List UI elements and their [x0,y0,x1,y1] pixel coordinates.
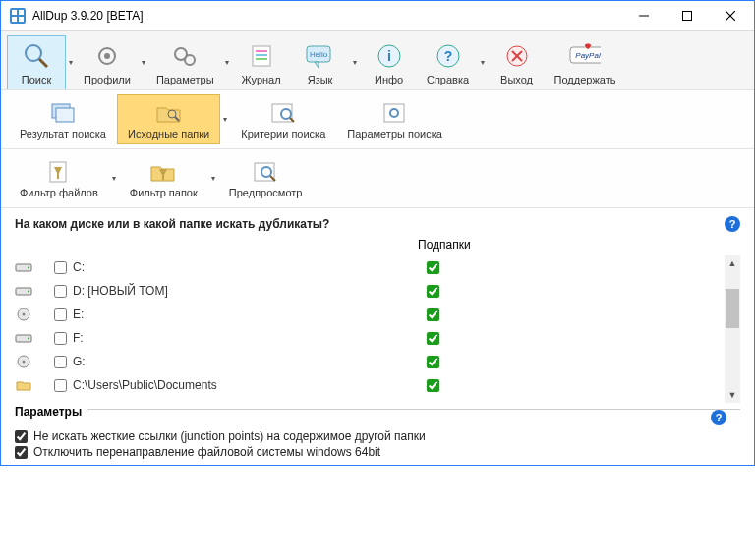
folder-filter-button[interactable]: Фильтр папок [119,153,208,203]
checkbox-subfolder[interactable] [427,285,439,298]
drive-label: C: [73,260,397,274]
svg-text:?: ? [443,48,452,64]
drive-type-icon [15,355,32,368]
drive-type-icon [15,284,32,298]
drive-row[interactable]: C: [15,255,740,279]
file-filter-dropdown[interactable]: ▾ [109,153,119,203]
scroll-thumb[interactable] [726,289,739,328]
preview-icon [250,158,281,186]
gears-icon [169,40,201,72]
tab-search-criteria[interactable]: Критерии поиска [230,94,336,144]
support-button[interactable]: PayPal Поддержать [547,35,624,89]
drive-label: C:\Users\Public\Documents [73,378,397,392]
help-dropdown[interactable]: ▾ [478,35,488,89]
journal-button[interactable]: Журнал [232,35,291,89]
magnifier-icon [21,40,52,72]
svg-point-9 [26,45,41,61]
scroll-down-icon[interactable]: ▼ [725,387,740,403]
exit-icon [501,40,533,72]
drive-type-icon [15,331,32,345]
checkbox-subfolder[interactable] [427,332,439,345]
checkbox-subfolder[interactable] [427,308,439,321]
drive-row[interactable]: C:\Users\Public\Documents [15,373,740,397]
params-dropdown[interactable]: ▾ [222,35,232,89]
label-redirect: Отключить перенаправление файловой систе… [33,445,380,459]
criteria-icon [267,99,299,127]
profiles-button[interactable]: Профили [76,35,139,89]
exit-button[interactable]: Выход [488,35,547,89]
paypal-icon: PayPal [569,40,601,72]
svg-point-52 [23,361,26,364]
drive-type-icon [15,378,32,392]
help-badge-params[interactable]: ? [711,410,726,425]
toolbar-main: Поиск ▾ Профили ▾ Параметры ▾ Журнал Hel… [1,30,754,89]
file-filter-icon [43,158,75,186]
checkbox-drive[interactable] [54,308,67,321]
checkbox-subfolder[interactable] [427,379,439,392]
drive-row[interactable]: E: [15,303,740,326]
drive-list: C:D: [НОВЫЙ ТОМ]E:F:G:C:\Users\Public\Do… [15,255,740,403]
search-dropdown[interactable]: ▾ [66,35,76,89]
checkbox-subfolder[interactable] [427,261,439,274]
svg-rect-2 [19,10,24,15]
svg-point-46 [28,291,29,293]
scrollbar[interactable]: ▲ ▼ [725,255,740,403]
checkbox-subfolder[interactable] [427,356,439,368]
svg-text:i: i [387,48,391,64]
params-section: Параметры ? Не искать жесткие ссылки (ju… [15,409,740,459]
hello-icon: Hello [305,40,336,72]
language-button[interactable]: Hello Язык [291,35,350,89]
result-icon [47,99,79,127]
help-button[interactable]: ? Справка [419,35,478,89]
tab-search-result[interactable]: Результат поиска [9,94,117,144]
folder-search-icon [153,99,185,127]
checkbox-redirect[interactable] [15,446,28,459]
journal-icon [246,40,277,72]
checkbox-drive[interactable] [54,379,67,392]
help-badge[interactable]: ? [725,216,740,232]
subfolders-header: Подпапки [15,232,740,255]
minimize-button[interactable] [622,2,666,29]
drive-type-icon [15,308,32,321]
svg-rect-3 [12,17,17,22]
toolbar-tabs: Результат поиска Исходные папки ▾ Критер… [1,89,754,148]
svg-point-12 [104,53,110,59]
drive-row[interactable]: G: [15,350,740,373]
file-filter-button[interactable]: Фильтр файлов [9,153,109,203]
search-button[interactable]: Поиск [7,35,66,89]
svg-rect-37 [384,104,404,122]
svg-point-44 [28,267,29,269]
tab-source-folders[interactable]: Исходные папки [117,94,220,144]
preview-button[interactable]: Предпросмотр [218,153,314,203]
info-button[interactable]: i Инфо [360,35,419,89]
window-title: AllDup 3.9.20 [BETA] [32,9,622,23]
profiles-dropdown[interactable]: ▾ [139,35,148,89]
tab-search-params[interactable]: Параметры поиска [336,94,453,144]
checkbox-drive[interactable] [54,332,67,345]
drive-row[interactable]: F: [15,326,740,350]
drive-label: D: [НОВЫЙ ТОМ] [73,284,397,298]
maximize-button[interactable] [666,2,709,29]
source-folders-dropdown[interactable]: ▾ [220,94,230,144]
info-icon: i [374,40,405,72]
params-title: Параметры [15,405,87,419]
close-button[interactable] [709,2,752,29]
toolbar-filters: Фильтр файлов ▾ Фильтр папок ▾ Предпросм… [1,148,754,207]
app-window: AllDup 3.9.20 [BETA] Поиск ▾ Профили ▾ П… [0,0,755,466]
section-heading-row: На каком диске или в какой папке искать … [15,216,740,232]
checkbox-drive[interactable] [54,285,67,298]
drive-label: G: [73,355,397,368]
folder-filter-dropdown[interactable]: ▾ [208,153,218,203]
checkbox-junction[interactable] [15,430,28,443]
checkbox-drive[interactable] [54,261,67,274]
drive-type-icon [15,260,32,274]
help-icon: ? [433,40,464,72]
app-icon [9,7,27,25]
drive-row[interactable]: D: [НОВЫЙ ТОМ] [15,279,740,303]
svg-rect-15 [253,46,270,66]
svg-line-10 [39,59,47,67]
params-button[interactable]: Параметры [148,35,222,89]
checkbox-drive[interactable] [54,356,67,368]
language-dropdown[interactable]: ▾ [350,35,360,89]
scroll-up-icon[interactable]: ▲ [725,255,740,271]
